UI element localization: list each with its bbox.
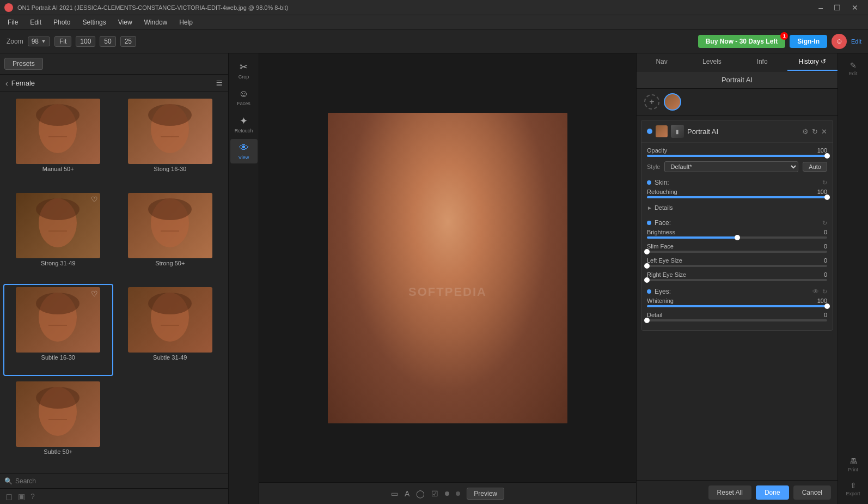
status-dot-2 xyxy=(456,491,460,496)
right-tool-edit[interactable]: ✎ Edit xyxy=(840,58,867,80)
skin-reset-button[interactable]: ↻ xyxy=(822,179,827,186)
pai-face-thumb xyxy=(656,125,668,137)
auto-button[interactable]: Auto xyxy=(803,162,827,172)
close-button[interactable]: ✕ xyxy=(846,3,864,12)
notification-badge: 1 xyxy=(780,32,788,40)
add-face-button[interactable]: + xyxy=(644,94,659,110)
preset-item-strong-50plus[interactable]: Strong 50+ xyxy=(115,190,225,282)
cancel-button[interactable]: Cancel xyxy=(793,485,831,500)
menu-edit[interactable]: Edit xyxy=(25,17,47,27)
tab-levels[interactable]: Levels xyxy=(687,53,737,71)
check-icon[interactable]: ☑ xyxy=(431,489,438,498)
retouching-slider[interactable] xyxy=(647,196,827,198)
preset-item-strong-16-30[interactable]: Stong 16-30 xyxy=(115,95,225,187)
heart-icon-subtle-16-30[interactable]: ♡ xyxy=(91,289,98,298)
pai-reset-button[interactable]: ↻ xyxy=(812,127,818,136)
svg-point-4 xyxy=(148,104,192,126)
search-input[interactable] xyxy=(15,477,224,485)
heart-icon-strong-31-49[interactable]: ♡ xyxy=(91,195,98,204)
slim-face-value: 0 xyxy=(824,243,827,250)
whitening-slider[interactable] xyxy=(647,305,827,307)
preset-item-subtle-50plus[interactable]: Subtle 50+ xyxy=(3,378,113,470)
presets-button[interactable]: Presets xyxy=(4,58,43,70)
face-thumbnail[interactable] xyxy=(664,93,681,111)
pai-close-button[interactable]: ✕ xyxy=(821,127,827,136)
preset-item-manual-50plus[interactable]: Manual 50+ xyxy=(3,95,113,187)
whitening-label: Whitening xyxy=(647,297,674,304)
zoom-50-button[interactable]: 50 xyxy=(100,36,115,47)
menu-help[interactable]: Help xyxy=(174,17,198,27)
zoom-dropdown-icon[interactable]: ▼ xyxy=(41,38,46,44)
portrait-image: SOFTPEDIA xyxy=(328,113,567,423)
preset-item-subtle-31-49[interactable]: Subtle 31-49 xyxy=(115,284,225,376)
pai-module-header: ▮ Portrait AI ⚙ ↻ ✕ xyxy=(641,120,833,143)
style-row: Style Default* Auto xyxy=(647,161,827,172)
brightness-slider[interactable] xyxy=(647,236,827,239)
details-toggle[interactable]: ► Details xyxy=(647,203,827,212)
menu-file[interactable]: File xyxy=(2,17,23,27)
pai-mask-icon: ▮ xyxy=(671,125,684,138)
status-dot xyxy=(445,491,449,496)
bottom-action-bar: Reset All Done Cancel xyxy=(637,480,838,504)
preview-button[interactable]: Preview xyxy=(467,488,504,500)
menu-window[interactable]: Window xyxy=(139,17,173,27)
pai-settings-button[interactable]: ⚙ xyxy=(802,127,809,136)
right-tool-export[interactable]: ⇧ Export xyxy=(840,478,867,500)
done-button[interactable]: Done xyxy=(756,485,789,500)
canvas-area: SOFTPEDIA ▭ A ◯ ☑ Preview xyxy=(259,53,636,504)
style-label: Style xyxy=(647,163,660,170)
sign-in-button[interactable]: Sign-In xyxy=(790,35,827,48)
help-icon[interactable]: ? xyxy=(30,492,35,501)
right-tool-print[interactable]: 🖶 Print xyxy=(840,454,867,476)
menu-settings[interactable]: Settings xyxy=(77,17,111,27)
menu-photo[interactable]: Photo xyxy=(48,17,76,27)
slim-face-slider[interactable] xyxy=(647,251,827,253)
face-reset-button[interactable]: ↻ xyxy=(822,220,827,227)
zoom-fit-button[interactable]: Fit xyxy=(54,36,71,47)
tab-nav[interactable]: Nav xyxy=(637,53,687,71)
window-controls[interactable]: – ☐ ✕ xyxy=(813,3,864,12)
left-eye-slider[interactable] xyxy=(647,265,827,267)
canvas-bottom-toolbar: ▭ A ◯ ☑ Preview xyxy=(259,482,636,504)
detail-row: Detail 0 xyxy=(647,312,827,321)
preset-thumb-subtle-31-49 xyxy=(128,287,212,353)
retouching-value: 100 xyxy=(817,189,827,195)
zoom-25-button[interactable]: 25 xyxy=(120,36,136,47)
opacity-label: Opacity xyxy=(647,147,667,154)
preset-item-subtle-16-30[interactable]: ♡Subtle 16-30 xyxy=(3,284,113,376)
grid-view-icon[interactable]: ▢ xyxy=(5,492,13,501)
tool-view[interactable]: 👁 View xyxy=(230,139,258,163)
tool-crop[interactable]: ✂ Crop xyxy=(230,58,258,83)
frame-icon[interactable]: ▭ xyxy=(391,489,398,498)
eye-visibility-icon[interactable]: 👁 xyxy=(812,288,819,295)
minimize-button[interactable]: – xyxy=(813,3,828,12)
reset-all-button[interactable]: Reset All xyxy=(708,485,751,500)
buy-now-button[interactable]: Buy Now - 30 Days Left 1 xyxy=(698,35,786,48)
tool-retouch[interactable]: ✦ Retouch xyxy=(230,112,258,137)
mask-icon[interactable]: ◯ xyxy=(416,489,425,498)
maximize-button[interactable]: ☐ xyxy=(828,3,846,12)
list-view-icon[interactable]: ▣ xyxy=(18,492,25,501)
grid-toggle-icon[interactable]: ≣ xyxy=(216,78,223,88)
tool-faces[interactable]: ☺ Faces xyxy=(230,85,258,110)
tab-info[interactable]: Info xyxy=(737,53,787,71)
face-selector: + xyxy=(637,89,838,116)
crop-icon: ✂ xyxy=(240,61,248,73)
whitening-value: 100 xyxy=(817,297,827,304)
opacity-slider[interactable] xyxy=(647,155,827,157)
user-avatar[interactable]: ☺ xyxy=(832,34,847,49)
menu-view[interactable]: View xyxy=(113,17,138,27)
eyes-reset-button[interactable]: ↻ xyxy=(822,288,827,295)
detail-slider[interactable] xyxy=(647,319,827,321)
edit-link[interactable]: Edit xyxy=(851,38,861,45)
zoom-100-button[interactable]: 100 xyxy=(76,36,95,47)
text-icon[interactable]: A xyxy=(405,489,409,498)
right-sidebar: ✎ Edit 🖶 Print ⇧ Export xyxy=(838,53,868,504)
title-bar: ON1 Portrait AI 2021 (JESSICA-CLEMENTS-C… xyxy=(0,0,868,15)
right-eye-slider[interactable] xyxy=(647,279,827,281)
preset-item-strong-31-49[interactable]: ♡Strong 31-49 xyxy=(3,190,113,282)
style-select[interactable]: Default* xyxy=(664,161,798,172)
back-arrow-icon[interactable]: ‹ xyxy=(5,79,8,88)
tab-history[interactable]: History ↺ xyxy=(787,53,838,71)
presets-bar: Presets xyxy=(0,53,228,75)
